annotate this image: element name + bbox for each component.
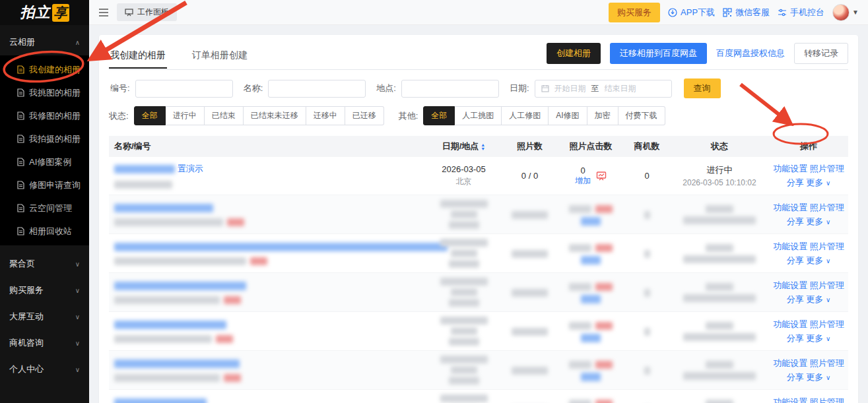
sidebar-section-lead-consult[interactable]: 商机咨询 ∨ xyxy=(0,330,89,356)
date-range-picker[interactable]: 开始日期 至 结束日期 xyxy=(535,80,672,98)
function-settings-link[interactable]: 功能设置 xyxy=(773,319,807,329)
tab-order-album-create[interactable]: 订单相册创建 xyxy=(191,44,249,68)
sidebar-section-buy-service[interactable]: 购买服务 ∨ xyxy=(0,277,89,303)
name-input[interactable] xyxy=(268,80,366,98)
app-logo[interactable]: 拍立 享 xyxy=(0,0,89,25)
collapse-menu-icon[interactable] xyxy=(98,8,109,17)
function-settings-link[interactable]: 功能设置 xyxy=(773,164,807,173)
sidebar-item-ai-retouch-cases[interactable]: AI修图案例 xyxy=(0,150,89,173)
share-link[interactable]: 分享 xyxy=(787,372,804,382)
blurred-album-name[interactable] xyxy=(114,282,246,290)
blurred-album-name[interactable] xyxy=(114,398,207,403)
sidebar-section-big-screen[interactable]: 大屏互动 ∨ xyxy=(0,303,89,330)
other-chip-ai-retouch[interactable]: AI修图 xyxy=(549,106,587,125)
sidebar-item-my-created-albums[interactable]: 我创建的相册 xyxy=(0,58,89,81)
photo-management-link[interactable]: 照片管理 xyxy=(810,164,844,173)
photo-management-link[interactable]: 照片管理 xyxy=(810,319,844,329)
status-chip-group: 全部 进行中 已结束 已结束未迁移 迁移中 已迁移 xyxy=(134,106,384,125)
col-date-location[interactable]: 日期/地点▲▼ xyxy=(426,140,502,152)
wechat-service-link[interactable]: 微信客服 xyxy=(723,7,770,18)
other-chip-encrypted[interactable]: 加密 xyxy=(587,106,618,125)
chevron-down-icon: ∨ xyxy=(826,296,830,303)
col-status: 状态 xyxy=(670,140,769,152)
share-link[interactable]: 分享 xyxy=(787,333,804,343)
more-link[interactable]: 更多 xyxy=(806,333,823,343)
promo-board-icon[interactable] xyxy=(596,171,607,181)
document-icon xyxy=(17,111,24,120)
blurred-date xyxy=(440,239,488,247)
migrate-to-baidu-button[interactable]: 迁移相册到百度网盘 xyxy=(610,43,707,64)
blurred-click-count xyxy=(569,322,591,330)
user-menu[interactable]: ▼ xyxy=(832,4,859,21)
sidebar-section-cloud-album[interactable]: 云相册 ∧ xyxy=(0,29,89,55)
filter-row: 编号: 名称: 地点: 日期: 开始日期 至 结束日期 查询 xyxy=(109,78,848,98)
status-chip-migrating[interactable]: 迁移中 xyxy=(306,106,345,125)
buy-service-button[interactable]: 购买服务 xyxy=(609,3,660,22)
blurred-album-name[interactable] xyxy=(114,243,448,251)
add-clicks-link[interactable]: 增加 xyxy=(575,176,591,185)
album-list-panel: 我创建的相册 订单相册创建 创建相册 迁移相册到百度网盘 百度网盘授权信息 转移… xyxy=(99,35,858,403)
share-link[interactable]: 分享 xyxy=(787,177,804,187)
sidebar-item-my-shot-albums[interactable]: 我拍摄的相册 xyxy=(0,127,89,150)
album-name-link[interactable]: 置演示 xyxy=(178,164,203,173)
function-settings-link[interactable]: 功能设置 xyxy=(773,202,807,212)
photo-management-link[interactable]: 照片管理 xyxy=(810,280,844,290)
blurred-album-name[interactable] xyxy=(114,321,226,329)
sidebar-section-personal-center[interactable]: 个人中心 ∨ xyxy=(0,356,89,383)
location-input[interactable] xyxy=(401,80,499,98)
more-link[interactable]: 更多 xyxy=(806,372,823,382)
status-chip-all[interactable]: 全部 xyxy=(134,106,166,125)
sidebar: 拍立 享 云相册 ∧ 我创建的相册 我挑图的相册 我修图的相册 我拍摄的相册 A… xyxy=(0,0,89,403)
board-icon xyxy=(125,9,133,16)
more-link[interactable]: 更多 xyxy=(806,177,823,187)
sidebar-item-retouch-request-query[interactable]: 修图申请查询 xyxy=(0,173,89,197)
share-link[interactable]: 分享 xyxy=(787,255,804,265)
photo-management-link[interactable]: 照片管理 xyxy=(810,358,844,368)
app-download-link[interactable]: APP下载 xyxy=(668,7,715,18)
blurred-click-flag xyxy=(595,400,613,403)
table-body: 置演示 2026-03-05 北京 0 / 0 0 增加 0 xyxy=(109,157,848,403)
baidu-auth-info-link[interactable]: 百度网盘授权信息 xyxy=(716,47,785,59)
blurred-album-name[interactable] xyxy=(114,359,240,368)
tab-workboard[interactable]: 工作面板 xyxy=(117,3,177,21)
table-row: 功能设置 照片管理 分享 更多 ∨ xyxy=(109,195,848,234)
search-button[interactable]: 查询 xyxy=(684,78,721,98)
status-chip-in-progress[interactable]: 进行中 xyxy=(166,106,205,125)
status-chip-migrated[interactable]: 已迁移 xyxy=(345,106,384,125)
other-chip-manual-pick[interactable]: 人工挑图 xyxy=(455,106,502,125)
function-settings-link[interactable]: 功能设置 xyxy=(773,358,807,368)
more-link[interactable]: 更多 xyxy=(806,294,823,304)
photo-management-link[interactable]: 照片管理 xyxy=(810,202,844,212)
more-link[interactable]: 更多 xyxy=(806,255,823,265)
sidebar-section-aggregation-page[interactable]: 聚合页 ∨ xyxy=(0,251,89,277)
function-settings-link[interactable]: 功能设置 xyxy=(773,241,807,251)
sidebar-item-my-retouched-albums[interactable]: 我修图的相册 xyxy=(0,104,89,127)
phone-console-link[interactable]: 手机控台 xyxy=(778,7,824,18)
transfer-log-button[interactable]: 转移记录 xyxy=(794,43,848,64)
photo-management-link[interactable]: 照片管理 xyxy=(810,241,844,251)
other-chip-paid-download[interactable]: 付费下载 xyxy=(618,106,665,125)
blurred-click-count xyxy=(569,283,591,291)
more-link[interactable]: 更多 xyxy=(806,216,823,226)
sidebar-item-cloud-space-management[interactable]: 云空间管理 xyxy=(0,197,89,220)
tab-my-created-albums[interactable]: 我创建的相册 xyxy=(109,44,167,68)
number-input[interactable] xyxy=(135,80,233,98)
photo-management-link[interactable]: 照片管理 xyxy=(810,397,844,403)
sidebar-item-my-picked-albums[interactable]: 我挑图的相册 xyxy=(0,81,89,104)
date-label: 日期: xyxy=(510,82,529,94)
share-link[interactable]: 分享 xyxy=(787,216,804,226)
other-chip-all[interactable]: 全部 xyxy=(423,106,455,125)
status-chip-ended-not-migrated[interactable]: 已结束未迁移 xyxy=(244,106,306,125)
share-link[interactable]: 分享 xyxy=(787,294,804,304)
create-album-button[interactable]: 创建相册 xyxy=(547,43,601,64)
sort-icon[interactable]: ▲▼ xyxy=(481,143,485,151)
function-settings-link[interactable]: 功能设置 xyxy=(773,280,807,290)
other-chip-manual-retouch[interactable]: 人工修图 xyxy=(502,106,549,125)
blurred-click-flag xyxy=(595,205,613,213)
status-chip-ended[interactable]: 已结束 xyxy=(205,106,244,125)
sidebar-item-album-recycle-bin[interactable]: 相册回收站 xyxy=(0,220,89,243)
table-row: 功能设置 照片管理 分享 更多 ∨ xyxy=(109,273,848,312)
blurred-photo-count xyxy=(512,211,548,219)
blurred-album-name[interactable] xyxy=(114,204,213,212)
function-settings-link[interactable]: 功能设置 xyxy=(773,397,807,403)
